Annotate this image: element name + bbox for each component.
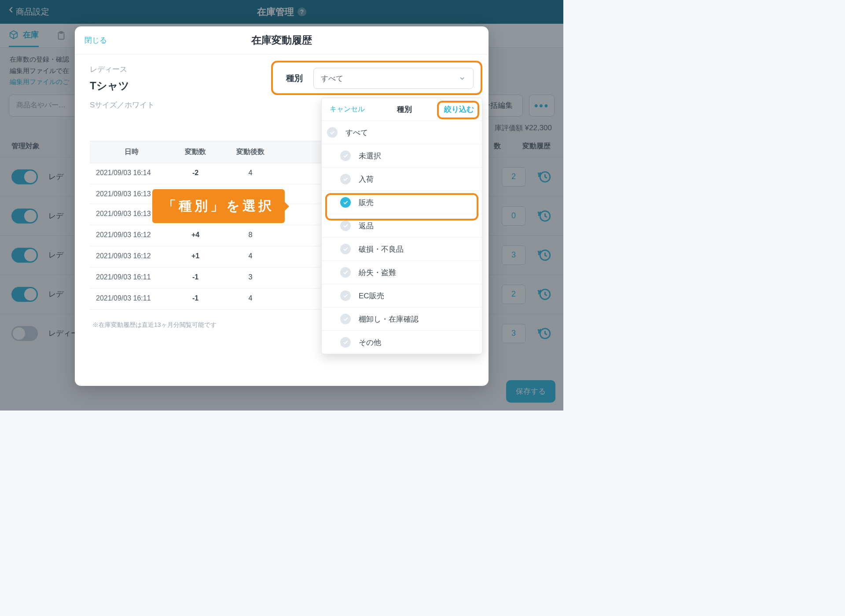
type-filter-row: 種別 すべて <box>286 68 474 89</box>
check-icon <box>327 127 338 138</box>
dropdown-option-label: 返品 <box>359 221 374 231</box>
dropdown-cancel-button[interactable]: キャンセル <box>330 105 365 114</box>
mth-datetime: 日時 <box>94 147 169 157</box>
check-icon <box>340 174 351 184</box>
annotation-callout: 「種別」を選択 <box>152 189 285 223</box>
dropdown-option-label: 破損・不良品 <box>359 244 404 254</box>
dropdown-option[interactable]: 破損・不良品 <box>322 237 482 260</box>
dropdown-option[interactable]: 入荷 <box>322 167 482 191</box>
type-filter-label: 種別 <box>286 73 303 84</box>
mth-diff: 変動数 <box>169 147 222 157</box>
chevron-down-icon <box>458 73 466 84</box>
modal-title: 在庫変動履歴 <box>251 33 312 47</box>
type-filter-value: すべて <box>321 73 343 84</box>
dropdown-option[interactable]: 棚卸し・在庫確認 <box>322 307 482 330</box>
dropdown-option-label: 棚卸し・在庫確認 <box>359 314 419 324</box>
check-icon <box>340 314 351 324</box>
mth-after: 変動後数 <box>222 147 279 157</box>
highlight-selected <box>325 193 478 220</box>
dropdown-option[interactable]: 未選択 <box>322 144 482 167</box>
check-icon <box>340 267 351 278</box>
dropdown-option-label: すべて <box>345 128 368 138</box>
check-icon <box>340 244 351 254</box>
dropdown-option-label: EC販売 <box>359 291 384 301</box>
modal-header: 閉じる 在庫変動履歴 <box>75 26 489 55</box>
type-filter-select[interactable]: すべて <box>313 68 474 89</box>
dropdown-option[interactable]: すべて <box>322 121 482 144</box>
dropdown-option-label: その他 <box>359 337 381 348</box>
dropdown-option-label: 入荷 <box>359 174 374 184</box>
dropdown-option-label: 紛失・盗難 <box>359 268 396 278</box>
dropdown-title: 種別 <box>397 104 412 114</box>
check-icon <box>340 337 351 348</box>
check-icon <box>340 290 351 301</box>
dropdown-option[interactable]: その他 <box>322 330 482 354</box>
modal-close-button[interactable]: 閉じる <box>84 35 107 45</box>
dropdown-list[interactable]: すべて未選択入荷販売返品破損・不良品紛失・盗難EC販売棚卸し・在庫確認その他 <box>322 121 482 354</box>
dropdown-option[interactable]: EC販売 <box>322 284 482 307</box>
dropdown-option[interactable]: 紛失・盗難 <box>322 260 482 284</box>
highlight-apply <box>437 101 479 119</box>
check-icon <box>340 220 351 231</box>
check-icon <box>340 150 351 161</box>
dropdown-option-label: 未選択 <box>359 151 381 161</box>
type-filter-dropdown: キャンセル 種別 絞り込む すべて未選択入荷販売返品破損・不良品紛失・盗難EC販… <box>321 98 482 354</box>
